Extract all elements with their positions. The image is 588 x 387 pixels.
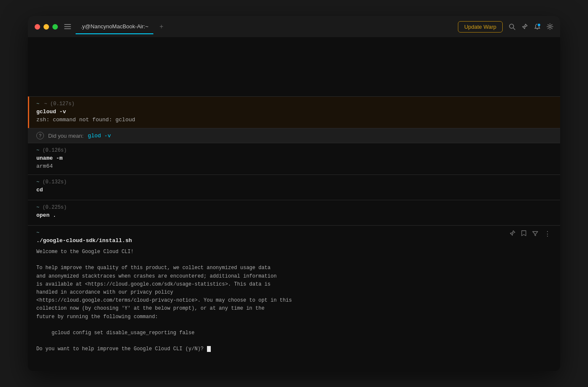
running-block: ⋮ ~ ./google-cloud-sdk/install.sh Welcom… — [28, 225, 560, 371]
cmd-text-4: open . — [36, 212, 552, 218]
did-you-mean-bar: ? Did you mean: glod -v — [28, 128, 560, 143]
svg-rect-2 — [64, 28, 71, 29]
notification-icon[interactable] — [534, 23, 541, 30]
new-tab-button[interactable]: + — [157, 22, 166, 31]
running-toolbar: ⋮ — [509, 230, 552, 238]
did-you-mean-label: Did you mean: — [48, 133, 84, 139]
maximize-button[interactable] — [52, 24, 58, 30]
terminal-window: .y@NancynoMacBook-Air:~ + Update Warp — [28, 16, 560, 371]
cmd-text-2: uname -m — [36, 155, 552, 161]
filter-icon[interactable] — [532, 231, 538, 237]
help-icon: ? — [36, 132, 44, 139]
cmd-output-2: arm64 — [36, 163, 552, 169]
svg-line-4 — [513, 28, 515, 30]
titlebar: .y@NancynoMacBook-Air:~ + Update Warp — [28, 16, 560, 37]
terminal-area[interactable]: ~ ~ (0.127s) gcloud -v zsh: command not … — [28, 37, 560, 371]
pin-command-icon[interactable] — [509, 230, 515, 237]
command-block-4: ~ (0.225s) open . — [28, 200, 560, 225]
active-tab[interactable]: .y@NancynoMacBook-Air:~ — [76, 19, 153, 34]
cmd-output-1: zsh: command not found: gcloud — [36, 117, 552, 123]
running-cmd-text: ./google-cloud-sdk/install.sh — [36, 237, 552, 244]
cmd-meta-3: ~ (0.132s) — [36, 179, 552, 185]
svg-rect-0 — [64, 24, 71, 25]
did-you-mean-suggestion[interactable]: glod -v — [88, 133, 111, 139]
command-block-3: ~ (0.132s) cd — [28, 174, 560, 200]
pin-icon[interactable] — [521, 23, 528, 30]
sidebar-icon[interactable] — [64, 23, 71, 30]
cmd-meta-4: ~ (0.225s) — [36, 204, 552, 210]
close-button[interactable] — [35, 24, 40, 30]
empty-space — [28, 37, 560, 96]
settings-icon[interactable] — [547, 23, 553, 30]
command-block-2: ~ (0.126s) uname -m arm64 — [28, 143, 560, 174]
minimize-button[interactable] — [44, 24, 49, 30]
search-icon[interactable] — [509, 23, 515, 30]
cursor — [207, 346, 211, 352]
titlebar-right: Update Warp — [458, 21, 553, 33]
update-warp-button[interactable]: Update Warp — [458, 21, 503, 33]
tab-label: .y@NancynoMacBook-Air:~ — [81, 23, 148, 30]
running-cmd-meta: ~ — [36, 230, 552, 236]
cmd-text-3: cd — [36, 187, 552, 193]
cmd-meta-2: ~ (0.126s) — [36, 147, 552, 153]
more-options-icon[interactable]: ⋮ — [544, 230, 552, 238]
window-controls — [35, 24, 58, 30]
svg-rect-1 — [64, 26, 71, 27]
running-cmd-output: Welcome to the Google Cloud CLI! To help… — [36, 248, 552, 353]
bookmark-icon[interactable] — [521, 230, 526, 237]
cmd-text-1: gcloud -v — [36, 109, 552, 115]
cmd-meta-1: ~ ~ (0.127s) — [36, 101, 552, 107]
command-block-1: ~ ~ (0.127s) gcloud -v zsh: command not … — [28, 96, 560, 128]
svg-point-6 — [549, 26, 551, 28]
